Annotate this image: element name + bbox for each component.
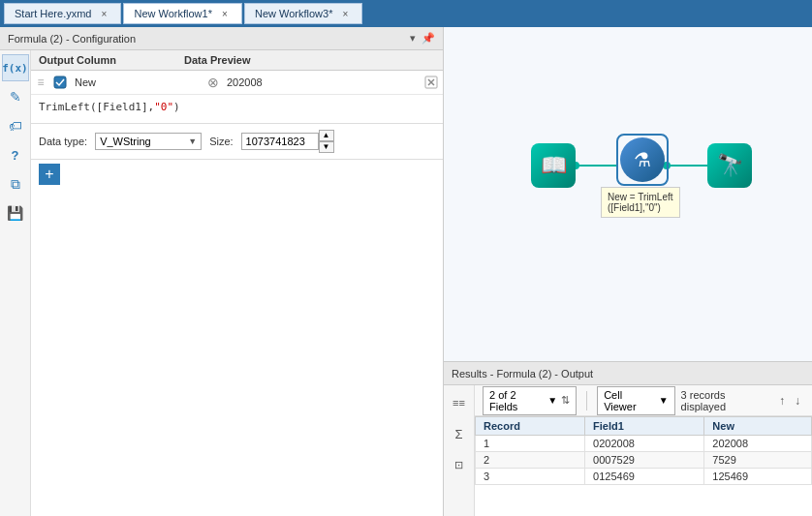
input-node[interactable]: 📖 bbox=[531, 143, 576, 188]
cell-field1: 0007529 bbox=[585, 452, 704, 469]
formula-node-icon: ⚗ bbox=[620, 137, 665, 182]
datatype-select[interactable]: V_WString ▼ bbox=[95, 133, 202, 150]
sidebar-icons: f(x) ✎ 🏷 ? ⧉ 💾 bbox=[0, 50, 31, 516]
output-node-icon: 🔭 bbox=[707, 143, 752, 188]
right-panel: 📖 ⚗ 🔭 New = TrimLeft ([Field1],"0") bbox=[444, 27, 812, 516]
formula-row: ≡ ⊗ 202008 bbox=[31, 71, 443, 95]
cell-viewer-button[interactable]: Cell Viewer ▼ bbox=[597, 386, 674, 415]
tab-workflow3[interactable]: New Workflow3* × bbox=[244, 3, 363, 24]
fields-badge[interactable]: 2 of 2 Fields ▼ ⇅ bbox=[483, 386, 577, 415]
tab-bar: Start Here.yxmd × New Workflow1* × New W… bbox=[0, 0, 812, 27]
tab-label: New Workflow3* bbox=[255, 8, 333, 19]
formula-node-selected[interactable]: ⚗ bbox=[616, 134, 669, 186]
spin-up[interactable]: ▲ bbox=[319, 130, 334, 141]
cell-record: 2 bbox=[476, 452, 585, 469]
cell-viewer-dropdown-icon: ▼ bbox=[659, 395, 669, 406]
size-input[interactable] bbox=[241, 133, 319, 150]
records-text: 3 records displayed bbox=[681, 389, 769, 412]
tab-workflow1[interactable]: New Workflow1* × bbox=[123, 3, 242, 24]
cell-record: 3 bbox=[476, 469, 585, 485]
add-row-area: + bbox=[31, 160, 443, 189]
cell-new: 125469 bbox=[704, 469, 812, 485]
col-record: Record bbox=[476, 417, 585, 436]
preview-column-header: Data Preview bbox=[184, 54, 435, 66]
size-field: ▲ ▼ bbox=[241, 130, 334, 153]
clear-icon[interactable]: ⊗ bbox=[203, 73, 223, 92]
tab-close-start[interactable]: × bbox=[97, 7, 110, 20]
formula-tooltip: New = TrimLeft ([Field1],"0") bbox=[601, 187, 680, 218]
datatype-row: Data type: V_WString ▼ Size: ▲ ▼ bbox=[31, 124, 443, 160]
results-toolbar: 2 of 2 Fields ▼ ⇅ Cell Viewer ▼ 3 record… bbox=[475, 385, 812, 416]
cell-record: 1 bbox=[476, 436, 585, 452]
nav-down-arrow[interactable]: ↓ bbox=[791, 392, 804, 410]
results-table: Record Field1 New 1020200820200820007529… bbox=[475, 416, 812, 516]
results-sidebar-icon3[interactable]: ⊡ bbox=[446, 451, 473, 478]
output-column-header: Output Column bbox=[39, 54, 184, 66]
table-header: Record Field1 New bbox=[476, 417, 812, 436]
functions-icon[interactable]: f(x) bbox=[2, 54, 29, 81]
formula-table-header: Output Column Data Preview bbox=[31, 50, 443, 71]
cell-new: 202008 bbox=[704, 436, 812, 452]
help-icon[interactable]: ? bbox=[2, 141, 29, 168]
results-content: 2 of 2 Fields ▼ ⇅ Cell Viewer ▼ 3 record… bbox=[475, 385, 812, 516]
tab-close-workflow3[interactable]: × bbox=[338, 7, 352, 20]
results-main: ≡≡ Σ ⊡ 2 of 2 Fields ▼ ⇅ bbox=[444, 385, 812, 516]
config-title: Formula (2) - Configuration bbox=[8, 33, 136, 45]
data-table: Record Field1 New 1020200820200820007529… bbox=[475, 416, 812, 485]
fields-label: 2 of 2 Fields bbox=[489, 389, 544, 412]
row-checkbox[interactable] bbox=[50, 76, 70, 89]
tab-label: Start Here.yxmd bbox=[15, 8, 91, 19]
input-node-icon: 📖 bbox=[531, 143, 576, 188]
results-sidebar: ≡≡ Σ ⊡ bbox=[444, 385, 475, 516]
add-formula-button[interactable]: + bbox=[39, 164, 60, 185]
size-label: Size: bbox=[209, 136, 233, 147]
datatype-dropdown-icon: ▼ bbox=[188, 137, 197, 146]
output-node[interactable]: 🔭 bbox=[707, 143, 752, 188]
tab-start-here[interactable]: Start Here.yxmd × bbox=[4, 3, 121, 24]
results-sidebar-icon1[interactable]: ≡≡ bbox=[446, 389, 473, 416]
cell-new: 7529 bbox=[704, 452, 812, 469]
tab-label: New Workflow1* bbox=[134, 8, 212, 19]
main-content: Formula (2) - Configuration ▾ 📌 f(x) ✎ bbox=[0, 27, 812, 516]
config-header: Formula (2) - Configuration ▾ 📌 bbox=[0, 27, 443, 50]
table-row: 30125469125469 bbox=[476, 469, 812, 485]
table-row: 200075297529 bbox=[476, 452, 812, 469]
svg-rect-0 bbox=[54, 76, 66, 88]
results-title: Results - Formula (2) - Output bbox=[452, 368, 593, 379]
col-new: New bbox=[704, 417, 812, 436]
datatype-label: Data type: bbox=[39, 136, 87, 147]
delete-row-icon[interactable] bbox=[420, 76, 443, 89]
save-icon[interactable]: 💾 bbox=[2, 199, 29, 227]
size-spinner: ▲ ▼ bbox=[319, 130, 334, 153]
results-panel: Results - Formula (2) - Output ≡≡ Σ ⊡ 2 … bbox=[444, 361, 812, 516]
tab-close-workflow1[interactable]: × bbox=[218, 7, 232, 20]
tag-icon[interactable]: 🏷 bbox=[2, 112, 29, 139]
nav-arrows: ↑ ↓ bbox=[775, 392, 804, 410]
formula-content: Output Column Data Preview ≡ bbox=[31, 50, 443, 516]
formula-editor[interactable]: TrimLeft([Field1],"0") bbox=[31, 95, 443, 124]
config-icons: ▾ 📌 bbox=[410, 32, 435, 45]
fields-sort-icon: ⇅ bbox=[561, 394, 570, 407]
spin-down[interactable]: ▼ bbox=[319, 141, 334, 153]
formula-config: f(x) ✎ 🏷 ? ⧉ 💾 bbox=[0, 50, 443, 516]
formula-text: TrimLeft([Field1],"0") bbox=[39, 101, 180, 113]
formula-string-arg: "0" bbox=[154, 101, 173, 113]
left-panel: Formula (2) - Configuration ▾ 📌 f(x) ✎ bbox=[0, 27, 444, 516]
formula-edit-icon[interactable]: ✎ bbox=[2, 83, 29, 110]
toolbar-separator bbox=[586, 391, 587, 410]
drag-handle[interactable]: ≡ bbox=[31, 76, 50, 89]
canvas-area: 📖 ⚗ 🔭 New = TrimLeft ([Field1],"0") bbox=[444, 27, 812, 361]
datatype-value: V_WString bbox=[100, 136, 188, 147]
output-name-input[interactable] bbox=[70, 74, 203, 91]
cell-field1: 0125469 bbox=[585, 469, 704, 485]
table-row: 10202008202008 bbox=[476, 436, 812, 452]
cell-viewer-label: Cell Viewer bbox=[604, 389, 655, 412]
nav-up-arrow[interactable]: ↑ bbox=[775, 392, 789, 410]
pin-icon[interactable]: 📌 bbox=[422, 32, 435, 45]
table-body: 1020200820200820007529752930125469125469 bbox=[476, 436, 812, 485]
cell-field1: 0202008 bbox=[585, 436, 704, 452]
results-sidebar-icon2[interactable]: Σ bbox=[446, 420, 473, 447]
collapse-icon[interactable]: ▾ bbox=[410, 32, 416, 45]
fields-dropdown-icon: ▼ bbox=[547, 395, 557, 406]
copy-icon[interactable]: ⧉ bbox=[2, 170, 29, 197]
